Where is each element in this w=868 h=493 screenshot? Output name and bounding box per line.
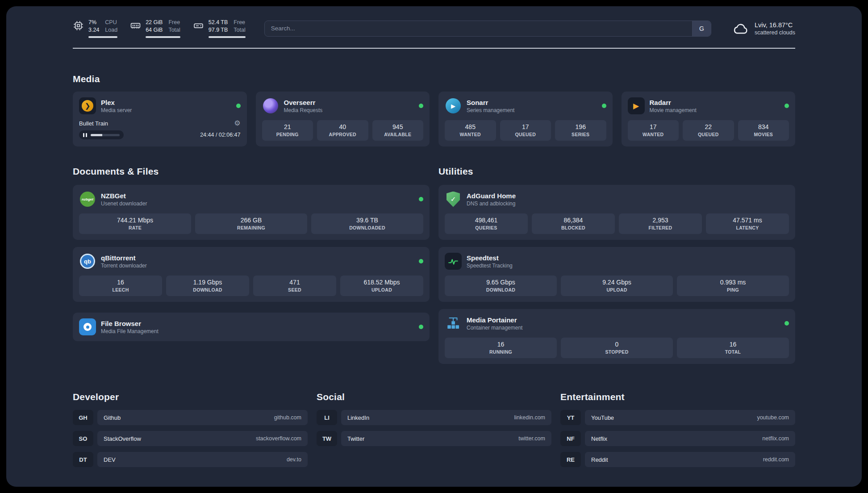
app-subtitle: Torrent downloader bbox=[101, 263, 147, 269]
app-name: AdGuard Home bbox=[467, 192, 516, 200]
cloud-icon bbox=[732, 20, 749, 37]
dashboard: 7% 3.24 CPU Load bbox=[6, 6, 862, 487]
weather-location: Lviv, 16.87°C bbox=[755, 21, 795, 29]
player-settings-icon[interactable]: ⚙ bbox=[234, 120, 240, 127]
link-youtube[interactable]: YT YouTubeyoutube.com bbox=[560, 410, 795, 425]
filebrowser-icon bbox=[79, 318, 96, 335]
app-card-adguard[interactable]: ✓ AdGuard Home DNS and adblocking 498,46… bbox=[438, 185, 795, 240]
section-title-developer: Developer bbox=[73, 392, 308, 402]
stat-running: 16RUNNING bbox=[445, 338, 557, 358]
status-dot bbox=[419, 104, 423, 108]
section-title-entertainment: Entertainment bbox=[560, 392, 795, 402]
stat-blocked: 86,384BLOCKED bbox=[532, 213, 615, 234]
disk-free-label: Free bbox=[234, 19, 245, 26]
app-card-speedtest[interactable]: Speedtest Speedtest Tracking 9.65 GbpsDO… bbox=[438, 247, 795, 302]
stat-latency: 47.571 msLATENCY bbox=[706, 213, 789, 234]
app-card-filebrowser[interactable]: File Browser Media File Management bbox=[73, 313, 430, 341]
app-name: qBittorrent bbox=[101, 254, 147, 262]
ram-icon bbox=[130, 20, 141, 31]
link-abbr: RE bbox=[560, 452, 581, 467]
app-card-sonarr[interactable]: ▶ Sonarr Series management 485WANTED 17Q… bbox=[438, 92, 613, 146]
stat-stopped: 0STOPPED bbox=[561, 338, 673, 358]
app-name: Plex bbox=[101, 99, 132, 106]
app-card-portainer[interactable]: Media Portainer Container management 16R… bbox=[438, 309, 795, 364]
stat-wanted: 485WANTED bbox=[445, 120, 496, 141]
playback-time: 24:44 / 02:06:47 bbox=[200, 132, 240, 138]
cpu-usage: 7% bbox=[88, 19, 99, 26]
nzbget-icon: nzbget bbox=[79, 191, 96, 208]
seek-bar[interactable] bbox=[91, 134, 120, 136]
app-name: File Browser bbox=[101, 320, 159, 327]
player-controls[interactable] bbox=[79, 130, 124, 139]
app-card-radarr[interactable]: ▶ Radarr Movie management 17WANTED 22QUE… bbox=[622, 92, 796, 146]
app-card-nzbget[interactable]: nzbget NZBGet Usenet downloader 744.21 M… bbox=[73, 185, 430, 240]
stat-download: 1.19 GbpsDOWNLOAD bbox=[166, 276, 249, 296]
search-bar: G bbox=[264, 21, 711, 37]
stat-wanted: 17WANTED bbox=[628, 120, 679, 141]
link-stackoverflow[interactable]: SO StackOverflowstackoverflow.com bbox=[73, 431, 308, 446]
stat-remaining: 266 GBREMAINING bbox=[195, 213, 307, 234]
ram-widget: 22 GiB 64 GiB Free Total bbox=[130, 19, 180, 38]
app-subtitle: Media File Management bbox=[101, 328, 159, 334]
cpu-load-value: 3.24 bbox=[88, 26, 99, 34]
adguard-icon: ✓ bbox=[445, 191, 462, 208]
cpu-usage-bar bbox=[88, 36, 117, 38]
overseerr-icon bbox=[262, 97, 279, 114]
link-abbr: TW bbox=[317, 431, 337, 446]
topbar: 7% 3.24 CPU Load bbox=[73, 19, 795, 38]
now-playing-title: Bullet Train bbox=[79, 120, 108, 127]
app-name: NZBGet bbox=[101, 192, 147, 200]
status-dot bbox=[419, 259, 423, 263]
app-subtitle: Speedtest Tracking bbox=[467, 263, 513, 269]
stat-pending: 21PENDING bbox=[262, 120, 313, 141]
app-name: Speedtest bbox=[467, 254, 513, 262]
topbar-divider bbox=[73, 48, 795, 49]
disk-free-value: 52.4 TB bbox=[209, 19, 228, 26]
link-dev[interactable]: DT DEVdev.to bbox=[73, 452, 308, 467]
speedtest-icon bbox=[445, 253, 462, 270]
pause-icon[interactable] bbox=[83, 133, 87, 137]
cpu-label: CPU bbox=[105, 19, 117, 26]
link-abbr: GH bbox=[73, 410, 93, 425]
status-dot bbox=[785, 104, 789, 108]
ram-usage-bar bbox=[146, 36, 180, 38]
status-dot bbox=[419, 197, 423, 201]
stat-leech: 16LEECH bbox=[79, 276, 162, 296]
app-subtitle: Container management bbox=[467, 325, 522, 331]
link-linkedin[interactable]: LI LinkedInlinkedin.com bbox=[317, 410, 551, 425]
section-title-documents: Documents & Files bbox=[73, 166, 430, 177]
stat-queries: 498,461QUERIES bbox=[445, 213, 528, 234]
app-subtitle: Series management bbox=[467, 107, 514, 113]
app-card-overseerr[interactable]: Overseerr Media Requests 21PENDING 40APP… bbox=[256, 92, 430, 146]
disk-total-label: Total bbox=[234, 26, 245, 34]
link-abbr: NF bbox=[560, 431, 581, 446]
section-social: Social LI LinkedInlinkedin.com TW Twitte… bbox=[317, 392, 551, 467]
section-title-social: Social bbox=[317, 392, 551, 402]
search-engine-button[interactable]: G bbox=[692, 21, 711, 36]
link-abbr: SO bbox=[73, 431, 93, 446]
status-dot bbox=[602, 104, 606, 108]
app-card-qbittorrent[interactable]: qb qBittorrent Torrent downloader 16LEEC… bbox=[73, 247, 430, 302]
plex-icon: ❯ bbox=[79, 97, 96, 114]
disk-widget: 52.4 TB 97.9 TB Free Total bbox=[193, 19, 246, 38]
app-subtitle: Media Requests bbox=[284, 107, 323, 113]
app-card-plex[interactable]: ❯ Plex Media server Bullet Train ⚙ bbox=[73, 92, 247, 146]
app-name: Sonarr bbox=[467, 99, 514, 106]
stat-downloaded: 39.6 TBDOWNLOADED bbox=[311, 213, 423, 234]
section-title-media: Media bbox=[73, 74, 795, 84]
cpu-widget: 7% 3.24 CPU Load bbox=[73, 19, 117, 38]
stat-filtered: 2,953FILTERED bbox=[619, 213, 702, 234]
cpu-icon bbox=[73, 20, 84, 31]
stat-queued: 17QUEUED bbox=[500, 120, 551, 141]
section-developer: Developer GH Githubgithub.com SO StackOv… bbox=[73, 392, 308, 467]
link-reddit[interactable]: RE Redditreddit.com bbox=[560, 452, 795, 467]
link-netflix[interactable]: NF Netflixnetflix.com bbox=[560, 431, 795, 446]
stat-series: 196SERIES bbox=[555, 120, 606, 141]
link-github[interactable]: GH Githubgithub.com bbox=[73, 410, 308, 425]
search-input[interactable] bbox=[265, 21, 692, 36]
stat-queued: 22QUEUED bbox=[683, 120, 734, 141]
weather-widget: Lviv, 16.87°C scattered clouds bbox=[732, 20, 795, 37]
link-twitter[interactable]: TW Twittertwitter.com bbox=[317, 431, 551, 446]
app-subtitle: Movie management bbox=[650, 107, 697, 113]
stat-download: 9.65 GbpsDOWNLOAD bbox=[445, 276, 557, 296]
